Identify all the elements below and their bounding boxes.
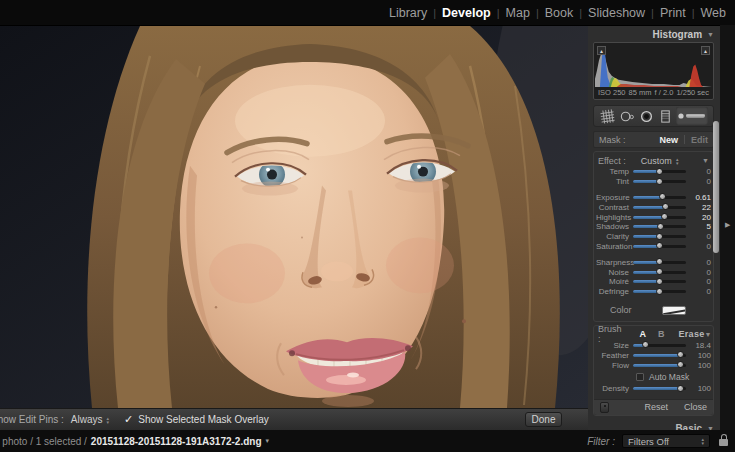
slider-label: Exposure [596, 193, 633, 202]
disclosure-triangle-icon[interactable]: ▼ [705, 331, 712, 338]
brush-b-button[interactable]: B [658, 329, 665, 339]
slider-track[interactable] [633, 225, 686, 228]
slider-label: Moiré [596, 277, 633, 286]
slider-value[interactable]: 0 [691, 287, 711, 296]
slider-value[interactable]: 22 [691, 203, 711, 212]
slider-track[interactable] [633, 261, 686, 264]
mask-close-button[interactable]: Close [684, 402, 707, 412]
filename-dropdown[interactable]: 20151128-20151128-191A3172-2.dng [91, 436, 262, 447]
slider-thumb[interactable] [656, 288, 663, 295]
brush-sliders: Size18.4Feather100Flow100 [596, 341, 711, 370]
brush-header: Brush : A B Erase ▼ [596, 328, 711, 341]
slider-value[interactable]: 100 [691, 384, 711, 393]
crop-overlay-tool[interactable] [599, 107, 616, 125]
effect-preset-dropdown[interactable]: Custom [641, 156, 672, 166]
slider-label: Highlights [596, 213, 633, 222]
slider-track[interactable] [633, 387, 686, 390]
slider-thumb[interactable] [661, 213, 668, 220]
graduated-filter-tool[interactable] [657, 107, 674, 125]
slider-thumb[interactable] [657, 223, 664, 230]
slider-track[interactable] [633, 245, 686, 248]
mask-edit-button[interactable]: Edit [691, 135, 708, 145]
slider-track[interactable] [633, 290, 686, 293]
slider-thumb[interactable] [656, 268, 663, 275]
filter-lock-icon[interactable] [719, 439, 728, 446]
red-eye-tool[interactable] [638, 107, 655, 125]
module-tab-library[interactable]: Library [389, 6, 427, 20]
panel-collapse-arrow-icon[interactable]: ▶ [725, 221, 730, 229]
mask-new-button[interactable]: New [659, 135, 678, 145]
color-swatch[interactable] [662, 306, 686, 315]
slider-value[interactable]: 100 [691, 361, 711, 370]
slider-thumb[interactable] [677, 385, 684, 392]
slider-size: Size18.4 [596, 341, 711, 351]
slider-value[interactable]: 0 [691, 268, 711, 277]
adjustment-brush-tool[interactable] [676, 107, 708, 125]
slider-track[interactable] [633, 170, 686, 173]
brush-erase-button[interactable]: Erase [679, 329, 705, 339]
brush-a-button[interactable]: A [640, 329, 647, 339]
slider-thumb[interactable] [656, 242, 663, 249]
slider-track[interactable] [633, 280, 686, 283]
slider-track[interactable] [633, 180, 686, 183]
slider-track[interactable] [633, 271, 686, 274]
slider-thumb[interactable] [677, 361, 684, 368]
spot-removal-tool[interactable] [618, 107, 636, 125]
selection-count: 1 photo / 1 selected / [0, 436, 87, 447]
slider-label: Clarity [596, 232, 633, 241]
histogram-panel[interactable]: ▲ ▲ ISO 250 85 mm f / 2.0 1/250 sec [593, 42, 714, 100]
slider-value[interactable]: 18.4 [691, 341, 711, 350]
photo-canvas[interactable] [0, 25, 588, 408]
density-slider-container: Density100 [596, 384, 711, 394]
slider-thumb[interactable] [659, 193, 666, 200]
slider-track[interactable] [633, 354, 686, 357]
slider-track[interactable] [633, 216, 686, 219]
slider-value[interactable]: 20 [691, 213, 711, 222]
module-tab-map[interactable]: Map [506, 6, 530, 20]
module-tab-slideshow[interactable]: Slideshow [588, 6, 645, 20]
panel-vertical-scrollbar[interactable] [713, 121, 719, 253]
slider-value[interactable]: 0.61 [691, 193, 711, 202]
slider-value[interactable]: 5 [691, 222, 711, 231]
shadow-clipping-indicator[interactable]: ▲ [597, 46, 606, 55]
done-button[interactable]: Done [525, 412, 562, 427]
mask-reset-button[interactable]: Reset [644, 402, 668, 412]
auto-mask-checkbox[interactable] [636, 373, 644, 381]
slider-thumb[interactable] [656, 178, 663, 185]
histogram-header[interactable]: Histogram ▼ [593, 26, 714, 42]
disclosure-triangle-icon[interactable]: ▼ [707, 31, 714, 38]
module-tab-print[interactable]: Print [660, 6, 686, 20]
panel-collapse-gutter[interactable]: ▶ [720, 25, 735, 430]
slider-track[interactable] [633, 235, 686, 238]
slider-value[interactable]: 0 [691, 167, 711, 176]
panel-switch-toggle[interactable] [600, 402, 609, 413]
slider-thumb[interactable] [656, 168, 663, 175]
slider-value[interactable]: 0 [691, 242, 711, 251]
slider-value[interactable]: 0 [691, 232, 711, 241]
slider-value[interactable]: 0 [691, 177, 711, 186]
show-edit-pins-dropdown[interactable]: Always [71, 414, 103, 425]
module-tab-develop[interactable]: Develop [442, 6, 491, 20]
slider-thumb[interactable] [662, 203, 669, 210]
caret-down-icon[interactable]: ▾ [266, 437, 270, 445]
slider-thumb[interactable] [656, 278, 663, 285]
slider-track[interactable] [633, 196, 686, 199]
slider-thumb[interactable] [656, 233, 663, 240]
slider-track[interactable] [633, 344, 686, 347]
module-tab-web[interactable]: Web [701, 6, 726, 20]
slider-thumb[interactable] [677, 351, 684, 358]
filter-dropdown[interactable]: Filters Off ▴ ▾ [622, 434, 710, 448]
slider-thumb[interactable] [642, 341, 649, 348]
slider-value[interactable]: 0 [691, 258, 711, 267]
histogram-graph[interactable] [595, 44, 712, 87]
mask-overlay-checkbox[interactable]: ✓ [124, 413, 133, 426]
slider-thumb[interactable] [656, 258, 663, 265]
disclosure-triangle-icon[interactable]: ▼ [702, 157, 709, 164]
slider-value[interactable]: 100 [691, 351, 711, 360]
slider-track[interactable] [633, 364, 686, 367]
slider-label: Saturation [596, 242, 633, 251]
slider-value[interactable]: 0 [691, 277, 711, 286]
slider-track[interactable] [633, 206, 686, 209]
highlight-clipping-indicator[interactable]: ▲ [701, 46, 710, 55]
module-tab-book[interactable]: Book [545, 6, 574, 20]
